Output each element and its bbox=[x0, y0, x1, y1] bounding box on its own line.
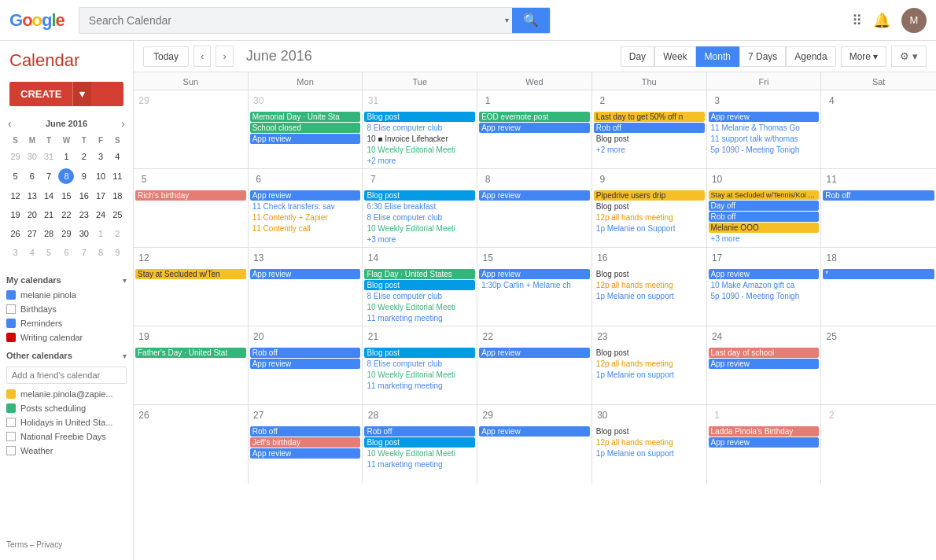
mini-day[interactable]: 31 bbox=[42, 148, 57, 165]
day-number[interactable]: 2 bbox=[823, 407, 840, 424]
mini-day[interactable]: 26 bbox=[8, 225, 23, 242]
view-week-button[interactable]: Week bbox=[654, 46, 695, 67]
event-elise-club[interactable]: 8 Elise computer club bbox=[364, 359, 475, 369]
calendar-item-posts[interactable]: Posts scheduling bbox=[0, 401, 133, 415]
day-number[interactable]: 19 bbox=[135, 328, 153, 345]
event-elise-club[interactable]: 8 Elise computer club bbox=[364, 123, 475, 133]
mini-day[interactable]: 9 bbox=[110, 244, 125, 261]
calendar-item-zapier[interactable]: melanie.pinola@zapie... bbox=[0, 387, 133, 401]
day-number[interactable]: 18 bbox=[823, 249, 840, 267]
event-stay-secluded[interactable]: Stay at Secluded w/Ten bbox=[135, 269, 246, 279]
event-app-review[interactable]: App review bbox=[479, 269, 590, 279]
event-last-day-school[interactable]: Last day of school bbox=[709, 348, 820, 358]
event-support-talk[interactable]: 11 support talk w/thomas bbox=[709, 134, 820, 144]
event-app-review[interactable]: App review bbox=[709, 437, 820, 448]
mini-day[interactable]: 15 bbox=[58, 187, 75, 204]
event-last-day[interactable]: Last day to get 50% off n bbox=[594, 112, 705, 122]
event-app-review[interactable]: App review bbox=[250, 134, 361, 144]
day-number[interactable]: 5 bbox=[135, 171, 153, 188]
event-pipedrive[interactable]: Pipedrive users drip bbox=[594, 190, 705, 201]
event-rob-off[interactable]: Rob off bbox=[364, 426, 475, 437]
event-all-hands[interactable]: 12p all hands meeting bbox=[594, 212, 705, 223]
mini-day[interactable]: 22 bbox=[58, 206, 75, 223]
mini-cal-next[interactable]: › bbox=[120, 117, 127, 130]
event-elise-club[interactable]: 8 Elise computer club bbox=[364, 212, 475, 223]
event-app-review[interactable]: App review bbox=[709, 269, 820, 279]
mini-day[interactable]: 7 bbox=[76, 244, 91, 261]
mini-day[interactable]: 8 bbox=[58, 167, 75, 186]
apps-icon[interactable]: ⠿ bbox=[852, 12, 862, 29]
day-number[interactable]: 29 bbox=[479, 407, 496, 424]
event-school-closed[interactable]: School closed bbox=[250, 123, 361, 133]
day-number[interactable]: 23 bbox=[594, 328, 611, 345]
event-flag-day[interactable]: Flag Day · United States bbox=[364, 269, 475, 279]
mini-day[interactable]: 5 bbox=[42, 244, 57, 261]
day-number[interactable]: 30 bbox=[250, 92, 267, 109]
event-blog-post[interactable]: Blog post bbox=[594, 269, 705, 279]
event-eod-evernote[interactable]: EOD evernote post bbox=[479, 112, 590, 122]
create-arrow-icon[interactable]: ▾ bbox=[72, 82, 91, 106]
calendar-item-birthdays[interactable]: Birthdays bbox=[0, 302, 133, 316]
day-number[interactable]: 13 bbox=[250, 249, 267, 267]
add-friend-input[interactable] bbox=[6, 367, 127, 384]
event-blog-post[interactable]: Blog post bbox=[364, 190, 475, 201]
event-app-review[interactable]: App review bbox=[479, 348, 590, 358]
event-blog-post[interactable]: Blog post bbox=[364, 348, 475, 358]
day-number[interactable]: 16 bbox=[594, 249, 611, 267]
mini-day[interactable]: 14 bbox=[42, 187, 57, 204]
event-day-off[interactable]: Day off bbox=[709, 201, 820, 211]
day-number[interactable]: 1 bbox=[479, 92, 496, 109]
calendar-item-weather[interactable]: Weather bbox=[0, 444, 133, 458]
event-star[interactable]: * bbox=[823, 269, 934, 279]
mini-day[interactable]: 20 bbox=[24, 206, 39, 223]
mini-day[interactable]: 16 bbox=[76, 187, 91, 204]
event-blog-post[interactable]: Blog post bbox=[594, 348, 705, 358]
mini-day[interactable]: 1 bbox=[58, 148, 75, 165]
event-ladda-birthday[interactable]: Ladda Pinola's Birthday bbox=[709, 426, 820, 437]
event-blog-post[interactable]: Blog post bbox=[364, 437, 475, 448]
event-app-review[interactable]: App review bbox=[250, 448, 361, 459]
day-number[interactable]: 25 bbox=[823, 328, 840, 345]
mini-day[interactable]: 4 bbox=[110, 148, 125, 165]
event-fathers-day[interactable]: Father's Day · United Stat bbox=[135, 348, 246, 358]
event-rob-off[interactable]: Rob off bbox=[709, 212, 820, 222]
event-elise-breakfast[interactable]: 6:30 Elise breakfast bbox=[364, 201, 475, 212]
mini-day[interactable]: 21 bbox=[42, 206, 57, 223]
event-elise-club[interactable]: 8 Elise computer club bbox=[364, 291, 475, 301]
event-app-review[interactable]: App review bbox=[479, 190, 590, 201]
mini-day[interactable]: 25 bbox=[110, 206, 125, 223]
event-contently-call[interactable]: 11 Contently call bbox=[250, 223, 361, 234]
event-app-review[interactable]: App review bbox=[479, 123, 590, 133]
search-input[interactable] bbox=[79, 8, 502, 33]
event-carlin-melanie[interactable]: 1:30p Carlin + Melanie ch bbox=[479, 280, 590, 290]
mini-day[interactable]: 1 bbox=[93, 225, 108, 242]
cal-checkbox-holidays[interactable] bbox=[6, 418, 16, 427]
view-agenda-button[interactable]: Agenda bbox=[786, 46, 835, 67]
mini-day[interactable]: 7 bbox=[42, 167, 57, 186]
create-button[interactable]: CREATE ▾ bbox=[9, 82, 123, 106]
day-number[interactable]: 20 bbox=[250, 328, 267, 345]
event-blog-post[interactable]: Blog post bbox=[594, 201, 705, 212]
mini-day[interactable]: 9 bbox=[76, 167, 91, 186]
mini-day[interactable]: 23 bbox=[76, 206, 91, 223]
search-button[interactable]: 🔍 bbox=[512, 8, 550, 33]
prev-button[interactable]: ‹ bbox=[193, 46, 211, 67]
view-day-button[interactable]: Day bbox=[621, 46, 654, 67]
event-all-hands[interactable]: 12p all hands meeting bbox=[594, 280, 705, 290]
mini-day[interactable]: 30 bbox=[76, 225, 91, 242]
privacy-link[interactable]: Privacy bbox=[36, 540, 62, 549]
day-number[interactable]: 31 bbox=[364, 92, 381, 109]
day-number[interactable]: 1 bbox=[709, 407, 726, 424]
event-app-review[interactable]: App review bbox=[250, 190, 361, 201]
settings-button[interactable]: ⚙ ▾ bbox=[891, 46, 927, 67]
search-dropdown-btn[interactable]: ▾ bbox=[502, 8, 512, 33]
event-marketing[interactable]: 11 marketing meeting bbox=[364, 313, 475, 323]
day-number[interactable]: 2 bbox=[594, 92, 611, 109]
mini-day[interactable]: 24 bbox=[93, 206, 108, 223]
event-all-hands[interactable]: 12p all hands meeting bbox=[594, 359, 705, 369]
mini-day[interactable]: 8 bbox=[93, 244, 108, 261]
cal-checkbox-birthdays[interactable] bbox=[6, 304, 16, 314]
event-app-review[interactable]: App review bbox=[709, 359, 820, 369]
more-button[interactable]: More ▾ bbox=[841, 46, 887, 67]
event-amazon-gift[interactable]: 10 Make Amazon gift ca bbox=[709, 280, 820, 290]
